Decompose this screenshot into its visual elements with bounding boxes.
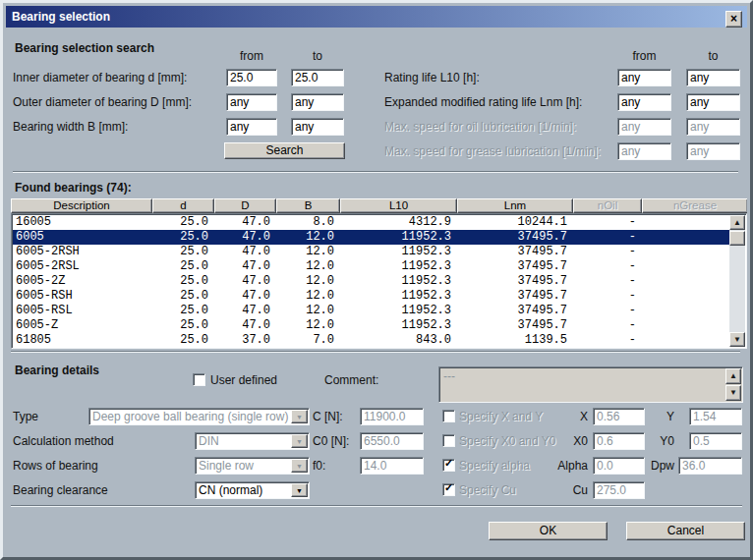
cell-value: 47.0 xyxy=(216,318,278,333)
combo-bearing-clearance[interactable]: CN (normal)▼ xyxy=(195,481,310,499)
close-icon[interactable]: × xyxy=(725,11,742,28)
cell-value: 25.0 xyxy=(154,333,216,348)
chevron-down-icon[interactable]: ▼ xyxy=(291,434,308,448)
table-row[interactable]: 6005-RSL25.047.012.011952.337495.7-- xyxy=(13,304,731,318)
cell-description: 6005 xyxy=(13,230,154,245)
results-heading: Found bearings (74): xyxy=(15,179,132,196)
cell-description: 16005 xyxy=(13,215,154,230)
search-right-from-input-2[interactable] xyxy=(617,118,671,136)
combo-type[interactable]: Deep groove ball bearing (single row)▼ xyxy=(88,408,310,425)
comment-box[interactable]: --- ▲ ▼ xyxy=(438,366,743,403)
search-left-to-input-2[interactable] xyxy=(291,118,344,136)
search-right-to-input-2[interactable] xyxy=(686,118,740,136)
comment-scroll-up-icon[interactable]: ▲ xyxy=(725,368,741,384)
mid-field-input-1[interactable] xyxy=(360,432,424,450)
cell-value: 8.0 xyxy=(278,215,342,230)
cell-value: - xyxy=(575,259,644,274)
chevron-down-icon[interactable]: ▼ xyxy=(291,459,308,473)
cell-value: 47.0 xyxy=(216,274,278,289)
scroll-up-icon[interactable]: ▲ xyxy=(729,215,745,230)
comment-scroll-down-icon[interactable]: ▼ xyxy=(725,385,741,401)
cell-value: 11952.3 xyxy=(342,230,459,245)
search-right-label-3: Max. speed for grease lubrication [1/min… xyxy=(384,142,601,160)
cell-value: 25.0 xyxy=(154,274,216,289)
cell-value: - xyxy=(644,259,731,274)
cell-value: 11952.3 xyxy=(342,318,459,333)
cell-value: 37495.7 xyxy=(459,318,575,333)
factor2-input-1[interactable] xyxy=(689,432,742,450)
table-row[interactable]: 600525.047.012.011952.337495.7-- xyxy=(13,230,731,245)
search-left-from-input-0[interactable] xyxy=(226,69,277,86)
cell-value: 25.0 xyxy=(154,289,216,304)
specify-checkbox-1[interactable] xyxy=(442,434,455,447)
to-column-label-left: to xyxy=(291,47,344,65)
cell-value: 4312.9 xyxy=(342,215,459,230)
factor2-label-0: Y xyxy=(637,408,674,425)
scroll-down-icon[interactable]: ▼ xyxy=(729,332,745,347)
specify-checkbox-2[interactable]: ✓ xyxy=(442,459,455,472)
specify-label-0: Specify X and Y xyxy=(459,408,543,425)
column-header-noil[interactable]: nOil xyxy=(573,198,642,213)
column-header-lnm[interactable]: Lnm xyxy=(457,198,573,213)
cell-value: 11952.3 xyxy=(342,259,459,274)
combo-value: DIN xyxy=(199,434,292,448)
search-right-label-1: Expanded modified rating life Lnm [h]: xyxy=(384,93,582,111)
table-row[interactable]: 6005-RSH25.047.012.011952.337495.7-- xyxy=(13,289,731,304)
combo-calculation-method[interactable]: DIN▼ xyxy=(195,432,310,450)
search-left-from-input-2[interactable] xyxy=(226,118,277,136)
factor2-input-2[interactable] xyxy=(678,457,742,475)
comment-scrollbar[interactable]: ▲ ▼ xyxy=(725,368,741,401)
table-row[interactable]: 6180525.037.07.0843.01139.5-- xyxy=(13,333,731,348)
cell-value: - xyxy=(644,274,731,289)
search-button[interactable]: Search xyxy=(224,142,345,159)
factor2-label-1: Y0 xyxy=(637,432,674,450)
column-header-b[interactable]: B xyxy=(276,198,340,213)
column-header-d[interactable]: d xyxy=(152,198,214,213)
cell-value: 12.0 xyxy=(278,245,342,259)
mid-field-input-2[interactable] xyxy=(360,457,424,475)
ok-button[interactable]: OK xyxy=(489,522,608,540)
cell-value: 25.0 xyxy=(154,259,216,274)
table-row[interactable]: 6005-2RSH25.047.012.011952.337495.7-- xyxy=(13,245,731,259)
search-left-to-input-1[interactable] xyxy=(291,93,344,111)
scrollbar-thumb[interactable] xyxy=(729,231,745,246)
table-row[interactable]: 1600525.047.08.04312.910244.1-- xyxy=(13,215,731,230)
results-scrollbar[interactable]: ▲ ▼ xyxy=(729,215,745,347)
search-right-to-input-1[interactable] xyxy=(686,93,740,111)
search-right-to-input-3[interactable] xyxy=(686,142,740,160)
table-row[interactable]: 6005-Z25.047.012.011952.337495.7-- xyxy=(13,318,731,333)
factor1-label-3: Cu xyxy=(532,481,588,499)
cancel-button[interactable]: Cancel xyxy=(626,522,745,540)
factor2-input-0[interactable] xyxy=(689,408,742,425)
search-right-from-input-1[interactable] xyxy=(617,93,671,111)
specify-checkbox-0[interactable] xyxy=(442,410,455,422)
mid-field-input-0[interactable] xyxy=(360,408,424,425)
search-right-from-input-0[interactable] xyxy=(617,69,671,86)
chevron-down-icon[interactable]: ▼ xyxy=(291,483,308,497)
combo-rows-of-bearing[interactable]: Single row▼ xyxy=(195,457,310,475)
column-header-ngrease[interactable]: nGrease xyxy=(642,198,747,213)
cell-value: 7.0 xyxy=(278,333,342,348)
column-header-l10[interactable]: L10 xyxy=(340,198,457,213)
chevron-down-icon[interactable]: ▼ xyxy=(291,410,308,423)
search-left-to-input-0[interactable] xyxy=(291,69,344,86)
column-header-description[interactable]: Description xyxy=(11,198,152,213)
specify-checkbox-3[interactable]: ✓ xyxy=(442,483,455,496)
cell-value: 12.0 xyxy=(278,274,342,289)
cell-value: 12.0 xyxy=(278,259,342,274)
search-right-label-0: Rating life L10 [h]: xyxy=(384,69,480,86)
check-icon: ✓ xyxy=(444,457,453,470)
cell-value: - xyxy=(575,245,644,259)
search-left-from-input-1[interactable] xyxy=(226,93,277,111)
table-row[interactable]: 6005-2Z25.047.012.011952.337495.7-- xyxy=(13,274,731,289)
search-left-label-1: Outer diameter of bearing D [mm]: xyxy=(13,93,192,111)
cell-value: 10244.1 xyxy=(459,215,575,230)
cell-value: 37495.7 xyxy=(459,289,575,304)
search-right-from-input-3[interactable] xyxy=(617,142,671,160)
search-right-to-input-0[interactable] xyxy=(686,69,740,86)
table-row[interactable]: 6005-2RSL25.047.012.011952.337495.7-- xyxy=(13,259,731,274)
user-defined-checkbox[interactable] xyxy=(193,373,205,386)
column-header-d[interactable]: D xyxy=(214,198,276,213)
factor1-input-3[interactable] xyxy=(593,481,645,499)
specify-label-2: Specify alpha xyxy=(459,457,530,475)
